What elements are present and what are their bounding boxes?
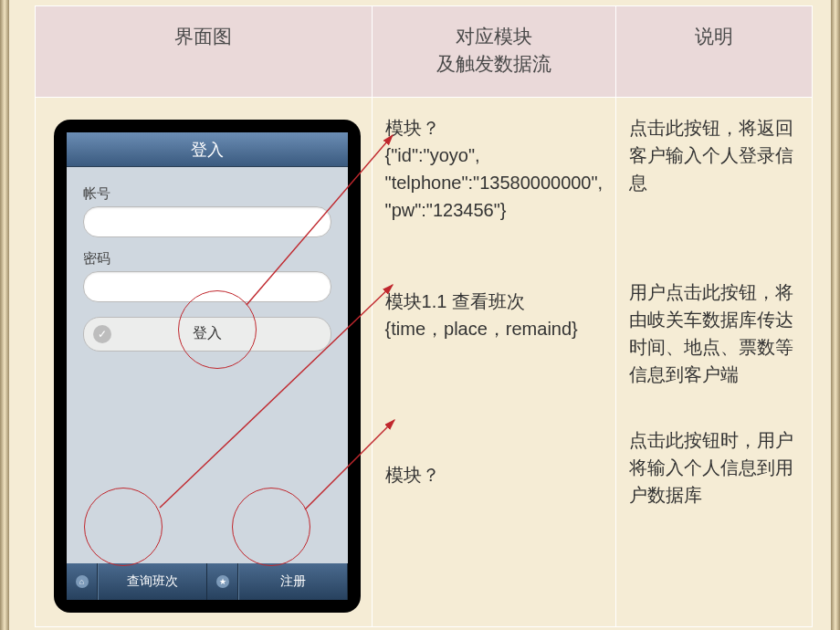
explain-3: 点击此按钮时，用户将输入个人信息到用户数据库 [629,426,799,509]
register-button[interactable]: 注册 [238,563,348,600]
module-block-1: 模块？ {"id":"yoyo", "telphone":"1358000000… [385,114,604,224]
explain-2: 用户点击此按钮，将由岐关车数据库传达时间、地点、票数等信息到客户端 [629,278,799,388]
body-row: 登入 帐号 密码 ✓ 登入 ⌂ 查询班次 ★ [36,97,813,626]
cell-explain: 点击此按钮，将返回客户输入个人登录信息 用户点击此按钮，将由岐关车数据库传达时间… [616,97,813,626]
phone-body: 帐号 密码 ✓ 登入 [67,167,348,563]
m1-l2: {"id":"yoyo", [385,142,604,169]
module-block-3: 模块？ [385,461,604,488]
right-decor-band [831,0,840,630]
phone-mockup: 登入 帐号 密码 ✓ 登入 ⌂ 查询班次 ★ [54,120,361,613]
phone-title-bar: 登入 [67,132,348,167]
query-button[interactable]: 查询班次 [98,563,207,600]
header-row: 界面图 对应模块 及触发数据流 说明 [36,6,813,98]
m1-title: 模块？ [385,114,604,142]
m2-l2: {time，place，remaind} [385,315,604,342]
header-module: 对应模块 及触发数据流 [372,6,616,98]
query-button-label: 查询班次 [127,573,178,590]
phone-footer: ⌂ 查询班次 ★ 注册 [67,563,348,600]
login-button[interactable]: ✓ 登入 [83,317,331,352]
home-icon[interactable]: ⌂ [67,563,98,600]
left-decor-band [0,0,9,630]
login-button-label: 登入 [84,324,331,343]
label-password: 密码 [83,250,331,268]
star-icon[interactable]: ★ [207,563,238,600]
header-explain: 说明 [616,6,813,98]
register-button-label: 注册 [280,573,306,590]
m2-title: 模块1.1 查看班次 [385,288,604,315]
password-input[interactable] [83,271,331,302]
cell-screenshot: 登入 帐号 密码 ✓ 登入 ⌂ 查询班次 ★ [36,97,373,626]
explain-1: 点击此按钮，将返回客户输入个人登录信息 [629,114,799,196]
m3-title: 模块？ [385,461,604,488]
specification-table: 界面图 对应模块 及触发数据流 说明 登入 帐号 密码 ✓ 登入 [35,5,813,627]
phone-screen: 登入 帐号 密码 ✓ 登入 ⌂ 查询班次 ★ [67,132,348,600]
account-input[interactable] [83,206,331,237]
m1-l4: "pw":"123456"} [385,196,604,224]
header-screenshot: 界面图 [36,6,373,98]
m1-l3: "telphone":"13580000000", [385,169,604,196]
module-block-2: 模块1.1 查看班次 {time，place，remaind} [385,288,604,342]
label-account: 帐号 [83,185,331,203]
cell-modules: 模块？ {"id":"yoyo", "telphone":"1358000000… [372,97,616,626]
